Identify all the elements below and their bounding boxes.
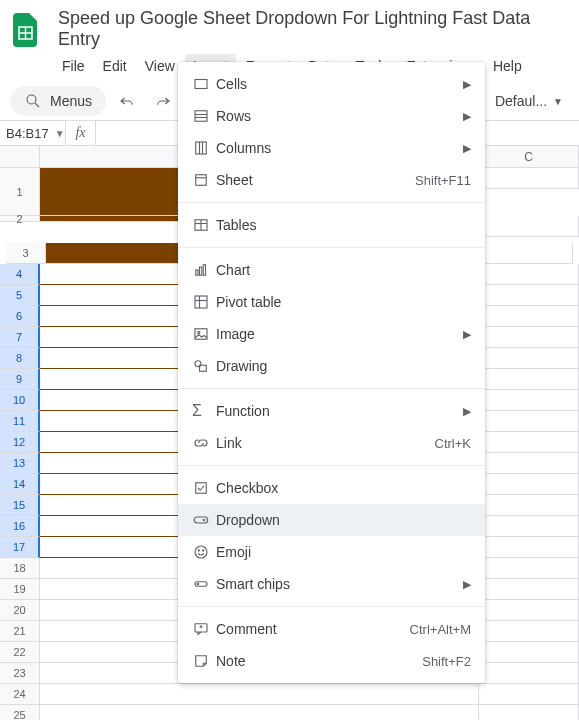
menu-link[interactable]: Link Ctrl+K [178, 427, 485, 459]
cell[interactable] [479, 579, 579, 600]
row-header[interactable]: 1 [0, 168, 40, 216]
pivot-icon [192, 293, 216, 311]
row-header[interactable]: 11 [0, 411, 40, 432]
fx-icon[interactable]: fx [66, 121, 96, 145]
cell[interactable] [479, 327, 579, 348]
row-header[interactable]: 25 [0, 705, 40, 720]
menu-function[interactable]: Σ Function ▶ [178, 395, 485, 427]
cell[interactable] [479, 516, 579, 537]
cell[interactable] [479, 411, 579, 432]
row-header[interactable]: 15 [0, 495, 40, 516]
svg-rect-9 [196, 142, 207, 154]
menu-smartchips[interactable]: Smart chips ▶ [178, 568, 485, 600]
rows-icon [192, 107, 216, 125]
menu-columns[interactable]: Columns ▶ [178, 132, 485, 164]
cell[interactable] [40, 705, 479, 720]
cell[interactable] [479, 168, 579, 189]
row-header[interactable]: 21 [0, 621, 40, 642]
row-header[interactable]: 5 [0, 285, 40, 306]
note-icon [192, 652, 216, 670]
cell[interactable] [40, 684, 479, 705]
cell[interactable] [479, 558, 579, 579]
menu-view[interactable]: View [137, 54, 183, 78]
cell[interactable] [479, 474, 579, 495]
row-header[interactable]: 17 [0, 537, 40, 558]
svg-rect-19 [203, 265, 205, 276]
cell[interactable] [479, 621, 579, 642]
svg-point-31 [203, 550, 204, 551]
cell[interactable] [479, 369, 579, 390]
menu-separator [178, 606, 485, 607]
submenu-arrow-icon: ▶ [463, 78, 471, 91]
menu-sheet[interactable]: Sheet Shift+F11 [178, 164, 485, 196]
row-header[interactable]: 8 [0, 348, 40, 369]
cell[interactable] [479, 348, 579, 369]
cell[interactable] [479, 684, 579, 705]
cell[interactable] [479, 663, 579, 684]
font-select[interactable]: Defaul... ▼ [489, 89, 569, 113]
row-header[interactable]: 13 [0, 453, 40, 474]
undo-button[interactable] [112, 86, 142, 116]
svg-point-24 [198, 331, 200, 333]
row-header[interactable]: 2 [0, 216, 40, 222]
column-header-c[interactable]: C [479, 146, 579, 168]
cell[interactable] [479, 453, 579, 474]
cell[interactable] [479, 216, 579, 237]
cell[interactable] [479, 600, 579, 621]
submenu-arrow-icon: ▶ [463, 405, 471, 418]
row-header[interactable]: 18 [0, 558, 40, 579]
row-header[interactable]: 23 [0, 663, 40, 684]
menu-rows[interactable]: Rows ▶ [178, 100, 485, 132]
menu-note[interactable]: Note Shift+F2 [178, 645, 485, 677]
cell[interactable] [479, 264, 579, 285]
shortcut: Shift+F2 [422, 654, 471, 669]
menu-dropdown[interactable]: Dropdown [178, 504, 485, 536]
row-header[interactable]: 20 [0, 600, 40, 621]
row-header[interactable]: 12 [0, 432, 40, 453]
row-header[interactable]: 10 [0, 390, 40, 411]
menu-checkbox[interactable]: Checkbox [178, 472, 485, 504]
cell[interactable] [479, 642, 579, 663]
select-all-corner[interactable] [0, 146, 40, 168]
cell[interactable] [479, 432, 579, 453]
menu-label: Function [216, 403, 457, 419]
row-header[interactable]: 14 [0, 474, 40, 495]
menu-label: Note [216, 653, 422, 669]
menu-chart[interactable]: Chart [178, 254, 485, 286]
cell[interactable] [479, 306, 579, 327]
menu-edit[interactable]: Edit [95, 54, 135, 78]
menu-cells[interactable]: Cells ▶ [178, 68, 485, 100]
cell[interactable] [479, 285, 579, 306]
menu-emoji[interactable]: Emoji [178, 536, 485, 568]
menu-help[interactable]: Help [485, 54, 530, 78]
menu-tables[interactable]: Tables [178, 209, 485, 241]
row-header[interactable]: 16 [0, 516, 40, 537]
menu-comment[interactable]: Comment Ctrl+Alt+M [178, 613, 485, 645]
row-header[interactable]: 3 [6, 243, 46, 264]
row-header[interactable]: 9 [0, 369, 40, 390]
row-header[interactable]: 4 [0, 264, 40, 285]
svg-line-4 [35, 103, 39, 107]
row-header[interactable]: 6 [0, 306, 40, 327]
sheet-icon [192, 171, 216, 189]
cell[interactable] [479, 390, 579, 411]
menu-label: Dropdown [216, 512, 471, 528]
menu-file[interactable]: File [54, 54, 93, 78]
menu-drawing[interactable]: Drawing [178, 350, 485, 382]
cell[interactable] [479, 537, 579, 558]
row-header[interactable]: 22 [0, 642, 40, 663]
name-box[interactable]: B4:B17 ▼ [0, 121, 66, 145]
doc-title[interactable]: Speed up Google Sheet Dropdown For Light… [54, 6, 573, 52]
cell[interactable] [479, 495, 579, 516]
menu-pivot[interactable]: Pivot table [178, 286, 485, 318]
cell[interactable] [473, 243, 573, 264]
sheets-logo[interactable] [6, 10, 46, 50]
menu-image[interactable]: Image ▶ [178, 318, 485, 350]
row-header[interactable]: 7 [0, 327, 40, 348]
cell[interactable] [479, 705, 579, 720]
redo-button[interactable] [148, 86, 178, 116]
menus-button[interactable]: Menus [10, 86, 106, 116]
row-header[interactable]: 24 [0, 684, 40, 705]
row-header[interactable]: 19 [0, 579, 40, 600]
chart-icon [192, 261, 216, 279]
